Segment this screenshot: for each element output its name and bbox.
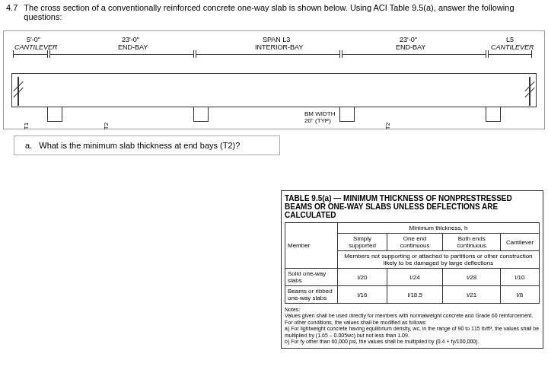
- dim-4: [342, 54, 486, 55]
- span5-top: L5: [506, 36, 514, 43]
- notes-intro: Values given shall be used directly for …: [285, 313, 540, 326]
- question-text: What is the minimum slab thickness at en…: [39, 141, 240, 150]
- span5-label: CANTILEVER: [491, 43, 534, 51]
- span4-label: END-BAY: [396, 43, 425, 51]
- col-c2: One end continuous: [387, 234, 443, 251]
- t2b-label: T2: [384, 123, 391, 129]
- col-c3: Both ends continuous: [443, 234, 501, 251]
- question-letter: a.: [25, 141, 32, 150]
- break-right: [524, 77, 535, 106]
- notes-b: b) For fy other than 60,000 psi, the val…: [285, 339, 540, 345]
- question-a: a. What is the minimum slab thickness at…: [14, 135, 280, 155]
- span4-dim: 23'-0": [400, 36, 417, 43]
- subheader: Members not supporting or attached to pa…: [337, 251, 539, 269]
- slab-body: [11, 73, 537, 107]
- notes-a: a) For lightweight concrete having equil…: [285, 326, 540, 339]
- col-c4: Cantilever: [501, 234, 540, 251]
- span1-dim: 5'-0": [27, 36, 40, 43]
- row0-v1: l/20: [337, 269, 387, 286]
- table-title: TABLE 9.5(a) — MINIMUM THICKNESS OF NONP…: [285, 194, 540, 219]
- row1-v2: l/18.5: [387, 286, 443, 304]
- beam-3: [339, 107, 355, 122]
- bm-width-dim: 20" (TYP): [304, 117, 335, 124]
- dim-1: [13, 54, 48, 55]
- row1-name: Beams or ribbed one-way slabs: [285, 286, 338, 304]
- span3-label: INTERIOR-BAY: [255, 43, 303, 51]
- table-row: Solid one-way slabs l/20 l/24 l/28 l/10: [285, 269, 540, 286]
- col-member: Member: [285, 223, 338, 269]
- span1-label: CANTILEVER: [14, 43, 58, 51]
- beam-2: [193, 107, 209, 122]
- dim-5: [488, 54, 532, 55]
- header-top-text: Minimum thickness, h: [409, 225, 467, 231]
- bm-width-text: BM WIDTH: [304, 110, 335, 117]
- problem-number: 4.7: [6, 3, 18, 12]
- span2-dim: 23'-0": [122, 36, 139, 43]
- row0-v2: l/24: [387, 269, 443, 286]
- aci-table-box: TABLE 9.5(a) — MINIMUM THICKNESS OF NONP…: [281, 190, 543, 349]
- problem-text: The cross section of a conventionally re…: [24, 3, 542, 21]
- span3-top: SPAN L3: [263, 36, 290, 43]
- t1-label: T1: [23, 123, 30, 129]
- beam-width-label: BM WIDTH 20" (TYP): [304, 110, 335, 124]
- slab-diagram: 5'-0" CANTILEVER 23'-0" END-BAY SPAN L3 …: [3, 30, 545, 129]
- row0-name: Solid one-way slabs: [285, 269, 338, 286]
- span2-label: END-BAY: [118, 43, 148, 51]
- row0-v3: l/28: [443, 269, 501, 286]
- top-labels: 5'-0" CANTILEVER 23'-0" END-BAY SPAN L3 …: [4, 36, 544, 54]
- row1-v1: l/16: [337, 286, 387, 304]
- beam-1: [47, 107, 62, 122]
- beam-4: [486, 107, 501, 122]
- row1-v4: l/8: [501, 286, 540, 304]
- dim-2: [49, 54, 194, 55]
- col-c1: Simply supported: [337, 234, 387, 251]
- row1-v3: l/21: [443, 286, 501, 304]
- break-left: [13, 77, 24, 106]
- notes-header: Notes:: [285, 307, 540, 313]
- table-row: Beams or ribbed one-way slabs l/16 l/18.…: [285, 286, 540, 304]
- aci-table: Member Minimum thickness, h Simply suppo…: [285, 222, 540, 304]
- header-top: Minimum thickness, h: [337, 223, 539, 234]
- dim-3: [196, 54, 340, 55]
- table-notes: Notes: Values given shall be used direct…: [285, 307, 540, 345]
- row0-v4: l/10: [501, 269, 540, 286]
- problem-header: 4.7 The cross section of a conventionall…: [0, 0, 548, 24]
- t2-label: T2: [103, 123, 110, 129]
